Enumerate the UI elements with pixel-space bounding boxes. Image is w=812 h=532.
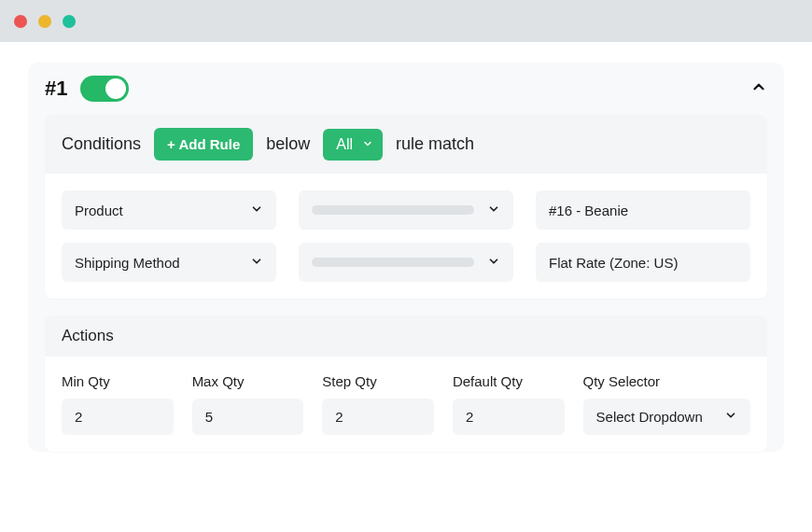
condition-operator-select[interactable] xyxy=(299,190,513,230)
chevron-down-icon xyxy=(487,255,500,271)
condition-type-value: Shipping Method xyxy=(75,255,180,271)
max-qty-input[interactable] xyxy=(192,399,304,435)
rule-card-header: #1 xyxy=(28,63,784,115)
actions-section: Actions Min Qty Max Qty Step Qty Default… xyxy=(45,315,767,452)
conditions-header: Conditions + Add Rule below All rule mat… xyxy=(45,115,767,174)
chevron-down-icon xyxy=(250,203,263,218)
condition-value: Flat Rate (Zone: US) xyxy=(549,255,678,271)
rule-card-body: Conditions + Add Rule below All rule mat… xyxy=(45,115,767,299)
rule-enabled-toggle[interactable] xyxy=(80,76,129,102)
qty-selector-col: Qty Selector Select Dropdown xyxy=(583,373,750,435)
condition-row: Product #16 - Beanie xyxy=(62,190,750,230)
conditions-rows: Product #16 - Beanie xyxy=(45,174,767,299)
window-titlebar xyxy=(0,0,812,42)
maximize-window-dot[interactable] xyxy=(63,15,76,28)
conditions-heading: Conditions xyxy=(62,134,141,154)
condition-operator-select[interactable] xyxy=(299,243,513,282)
condition-value-field[interactable]: Flat Rate (Zone: US) xyxy=(536,243,750,282)
condition-value-field[interactable]: #16 - Beanie xyxy=(536,190,750,230)
condition-type-value: Product xyxy=(75,203,123,218)
toggle-knob xyxy=(105,78,126,99)
chevron-down-icon xyxy=(724,409,737,425)
match-mode-value: All xyxy=(336,136,353,153)
chevron-down-icon xyxy=(250,255,263,271)
collapse-icon[interactable] xyxy=(750,78,767,99)
qty-selector-value: Select Dropdown xyxy=(596,409,703,425)
default-qty-col: Default Qty xyxy=(453,373,565,435)
step-qty-label: Step Qty xyxy=(322,373,434,389)
placeholder-bar xyxy=(312,205,474,215)
rule-card: #1 Conditions + Add Rule below All xyxy=(28,63,784,452)
match-mode-select[interactable]: All xyxy=(323,129,383,161)
page-content: #1 Conditions + Add Rule below All xyxy=(0,42,812,489)
actions-grid: Min Qty Max Qty Step Qty Default Qty Qty xyxy=(45,357,767,452)
chevron-down-icon xyxy=(362,138,373,151)
condition-row: Shipping Method Flat Rate (Zone: US) xyxy=(62,243,750,282)
conditions-text-rule-match: rule match xyxy=(396,134,474,154)
max-qty-label: Max Qty xyxy=(192,373,304,389)
condition-value: #16 - Beanie xyxy=(549,203,628,218)
condition-type-select[interactable]: Product xyxy=(62,190,276,230)
default-qty-label: Default Qty xyxy=(453,373,565,389)
step-qty-input[interactable] xyxy=(322,399,434,435)
min-qty-col: Min Qty xyxy=(62,373,174,435)
rule-number: #1 xyxy=(45,77,67,101)
step-qty-col: Step Qty xyxy=(322,373,434,435)
add-rule-button[interactable]: + Add Rule xyxy=(154,128,253,161)
qty-selector-select[interactable]: Select Dropdown xyxy=(583,399,750,435)
conditions-text-below: below xyxy=(266,134,310,154)
placeholder-bar xyxy=(312,258,474,267)
max-qty-col: Max Qty xyxy=(192,373,304,435)
minimize-window-dot[interactable] xyxy=(38,15,51,28)
min-qty-label: Min Qty xyxy=(62,373,174,389)
default-qty-input[interactable] xyxy=(453,399,565,435)
close-window-dot[interactable] xyxy=(14,15,27,28)
qty-selector-label: Qty Selector xyxy=(583,373,750,389)
actions-heading: Actions xyxy=(45,315,767,357)
condition-type-select[interactable]: Shipping Method xyxy=(62,243,276,282)
min-qty-input[interactable] xyxy=(62,399,174,435)
chevron-down-icon xyxy=(487,203,500,218)
